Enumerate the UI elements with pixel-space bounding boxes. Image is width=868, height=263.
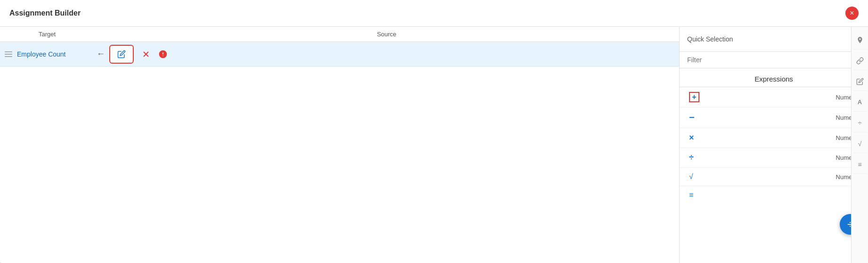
expression-row-bottom: ≡ [680, 186, 868, 204]
filter-input[interactable] [687, 56, 856, 64]
modal-title: Assignment Builder [9, 9, 81, 17]
svg-rect-2 [5, 56, 12, 57]
arrow-icon: ← [92, 49, 109, 59]
divide-side-icon-button[interactable]: ÷ [852, 114, 868, 132]
modal-close-button[interactable]: × [845, 7, 859, 20]
quick-selection-label: Quick Selection [687, 35, 733, 43]
target-column-header: Target [0, 31, 94, 38]
source-edit-button[interactable] [109, 45, 134, 64]
expression-row-multiply: × Numeric [680, 128, 868, 148]
sqrt-icon[interactable]: √ [689, 173, 693, 181]
main-area: Target Source Employee Count ← [0, 27, 680, 263]
svg-rect-0 [5, 51, 12, 52]
expression-row-divide: ÷ Numeric [680, 148, 868, 168]
quick-selection-header: Quick Selection ▾ [680, 27, 868, 52]
table-row: Employee Count ← [0, 42, 679, 66]
pin-icon-button[interactable] [852, 31, 868, 49]
side-icons-panel: A ÷ √ ≡ [851, 27, 868, 263]
plus-boxed-icon[interactable]: + [689, 92, 699, 102]
link-icon-button[interactable] [852, 51, 868, 70]
modal-header: Assignment Builder × [0, 0, 868, 27]
columns-header: Target Source [0, 27, 679, 42]
svg-rect-1 [5, 54, 12, 55]
edit-icon-button[interactable] [852, 72, 868, 91]
divide-icon[interactable]: ÷ [689, 153, 694, 163]
expressions-title: Expressions [680, 68, 868, 87]
delete-row-button[interactable] [138, 46, 154, 63]
text-icon-button[interactable]: A [852, 93, 868, 112]
menu-side-icon-button[interactable]: ≡ [852, 155, 868, 174]
assignment-rows: Employee Count ← [0, 42, 679, 263]
expressions-section: Expressions + Numeric − Numeric × Numeri… [680, 68, 868, 263]
expression-row-minus: − Numeric [680, 107, 868, 128]
expression-row-sqrt: √ Numeric [680, 168, 868, 186]
right-panel: Quick Selection ▾ × Expressions + Numeri… [680, 27, 868, 263]
source-column-header: Source [94, 31, 679, 38]
multiply-icon[interactable]: × [689, 133, 694, 143]
minus-icon[interactable]: − [689, 112, 695, 123]
drag-handle-icon[interactable] [0, 50, 17, 58]
bottom-icon[interactable]: ≡ [689, 191, 693, 199]
svg-point-7 [162, 55, 163, 56]
modal-body: Target Source Employee Count ← [0, 27, 868, 263]
target-field-label: Employee Count [17, 50, 92, 58]
sqrt-side-icon-button[interactable]: √ [852, 134, 868, 153]
assignment-builder-modal: Assignment Builder × Target Source [0, 0, 868, 263]
expression-row-plus: + Numeric [680, 87, 868, 107]
warning-button[interactable] [154, 46, 171, 63]
filter-bar: × [680, 52, 868, 68]
